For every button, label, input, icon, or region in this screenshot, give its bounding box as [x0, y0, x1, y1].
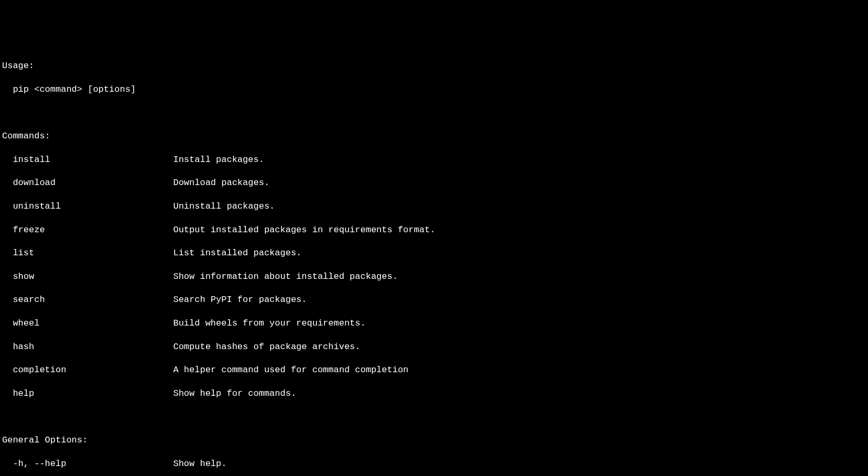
- command-row: listList installed packages.: [2, 247, 866, 259]
- command-row: completionA helper command used for comm…: [2, 364, 866, 376]
- command-name: download: [2, 177, 173, 189]
- command-row: searchSearch PyPI for packages.: [2, 294, 866, 306]
- command-row: downloadDownload packages.: [2, 177, 866, 189]
- command-name: install: [2, 154, 173, 166]
- command-row: freezeOutput installed packages in requi…: [2, 224, 866, 236]
- command-name: completion: [2, 364, 173, 376]
- command-name: wheel: [2, 318, 173, 329]
- command-desc: Compute hashes of package archives.: [173, 341, 866, 353]
- command-desc: Search PyPI for packages.: [173, 294, 866, 306]
- command-row: showShow information about installed pac…: [2, 271, 866, 283]
- command-desc: Show help for commands.: [173, 388, 866, 399]
- command-row: hashCompute hashes of package archives.: [2, 341, 866, 353]
- command-name: search: [2, 294, 173, 306]
- usage-text: pip <command> [options]: [2, 84, 866, 95]
- command-row: helpShow help for commands.: [2, 388, 866, 399]
- option-desc: Show help.: [173, 458, 866, 470]
- command-desc: Build wheels from your requirements.: [173, 318, 866, 329]
- command-row: wheelBuild wheels from your requirements…: [2, 318, 866, 329]
- command-name: hash: [2, 341, 173, 353]
- command-name: freeze: [2, 224, 173, 236]
- commands-header: Commands:: [2, 131, 866, 142]
- command-name: list: [2, 247, 173, 259]
- command-desc: Install packages.: [173, 154, 866, 166]
- command-name: help: [2, 388, 173, 399]
- option-row: -h, --helpShow help.: [2, 458, 866, 470]
- command-desc: A helper command used for command comple…: [173, 364, 866, 376]
- command-name: uninstall: [2, 201, 173, 212]
- command-row: installInstall packages.: [2, 154, 866, 166]
- command-desc: Output installed packages in requirement…: [173, 224, 866, 236]
- command-name: show: [2, 271, 173, 283]
- options-header: General Options:: [2, 435, 866, 446]
- command-desc: List installed packages.: [173, 247, 866, 259]
- usage-header: Usage:: [2, 60, 866, 72]
- command-desc: Uninstall packages.: [173, 201, 866, 212]
- command-row: uninstallUninstall packages.: [2, 201, 866, 212]
- command-desc: Show information about installed package…: [173, 271, 866, 283]
- option-name: -h, --help: [2, 458, 173, 470]
- terminal-output: Usage: pip <command> [options] Commands:…: [2, 49, 866, 476]
- command-desc: Download packages.: [173, 177, 866, 189]
